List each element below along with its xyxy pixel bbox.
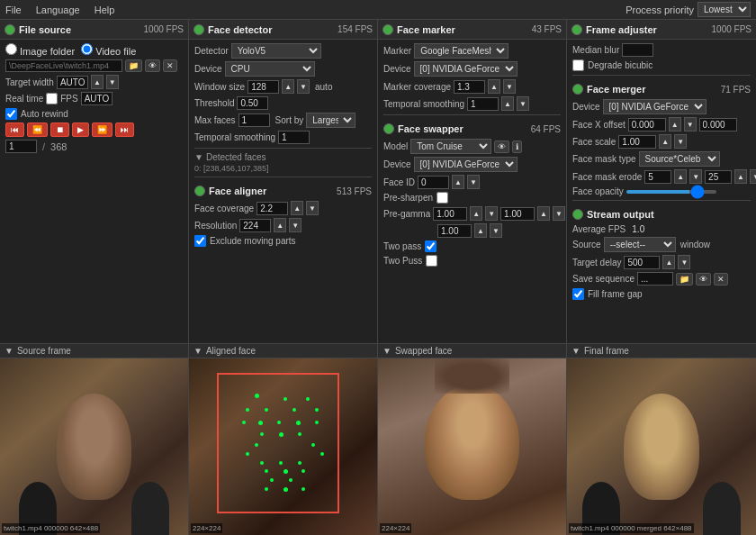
max-faces-input[interactable]: [238, 113, 270, 127]
filepath-close[interactable]: ✕: [163, 59, 177, 72]
face-mask-erode-1-up[interactable]: ▲: [674, 169, 687, 184]
face-mask-erode-2-up[interactable]: ▲: [734, 169, 747, 184]
counter-input[interactable]: [5, 140, 37, 153]
face-coverage-down[interactable]: ▼: [306, 201, 319, 215]
detector-device-select[interactable]: CPU: [225, 61, 315, 77]
pre-gamma-2-down[interactable]: ▼: [553, 206, 565, 221]
face-marker-power[interactable]: [382, 24, 393, 35]
window-size-up[interactable]: ▲: [282, 79, 294, 94]
face-mask-erode-2-down[interactable]: ▼: [750, 169, 756, 184]
face-mask-erode-1-down[interactable]: ▼: [689, 169, 702, 184]
window-size-down[interactable]: ▼: [297, 79, 310, 94]
marker-coverage-up[interactable]: ▲: [488, 79, 500, 94]
face-mask-erode-input1[interactable]: [644, 170, 671, 184]
transport-skip-fwd[interactable]: ⏭: [115, 122, 134, 137]
model-eye[interactable]: 👁: [494, 141, 509, 153]
face-detector-power[interactable]: [194, 24, 204, 35]
menu-file[interactable]: File: [5, 5, 22, 15]
face-mask-erode-input2[interactable]: [705, 170, 732, 184]
stream-output-power[interactable]: [572, 209, 583, 220]
transport-back[interactable]: ⏪: [27, 122, 48, 137]
fd-temporal-input[interactable]: [278, 131, 310, 144]
resolution-input[interactable]: [239, 219, 271, 232]
marker-device-select[interactable]: [0] NVIDIA GeForce RTX 309: [414, 61, 518, 77]
save-sequence-close[interactable]: ✕: [714, 273, 728, 286]
model-info[interactable]: ℹ: [512, 141, 522, 153]
face-opacity-slider[interactable]: [626, 190, 716, 194]
priority-select[interactable]: Lowest Low Normal: [698, 2, 751, 17]
face-merger-power[interactable]: [572, 84, 583, 95]
face-mask-type-select[interactable]: Source*Celeb: [639, 151, 720, 167]
face-scale-down[interactable]: ▼: [674, 134, 687, 149]
target-width-input[interactable]: [57, 76, 88, 89]
filepath-eye[interactable]: 👁: [145, 59, 160, 72]
resolution-down[interactable]: ▼: [289, 218, 302, 232]
exclude-moving-check[interactable]: [194, 235, 206, 247]
source-select[interactable]: --select--: [604, 237, 676, 252]
save-sequence-eye[interactable]: 👁: [696, 273, 711, 286]
face-swapper-power[interactable]: [383, 123, 394, 134]
face-x-offset-input1[interactable]: [628, 118, 666, 131]
menu-help[interactable]: Help: [94, 5, 115, 15]
degrade-bicubic-check[interactable]: [572, 59, 584, 71]
real-time-check[interactable]: [46, 93, 58, 104]
face-id-input[interactable]: [418, 176, 449, 189]
save-sequence-folder[interactable]: 📁: [676, 273, 693, 286]
fill-frame-gap-check[interactable]: [572, 288, 584, 300]
auto-rewind-check[interactable]: [5, 108, 17, 120]
face-x-offset-up[interactable]: ▲: [669, 117, 681, 131]
video-file-radio[interactable]: [81, 43, 93, 55]
filepath-browse[interactable]: 📁: [125, 59, 142, 72]
pre-gamma-1[interactable]: [433, 207, 467, 221]
target-delay-input[interactable]: [624, 256, 660, 269]
pre-gamma-3-up[interactable]: ▲: [474, 223, 487, 238]
pre-gamma-3[interactable]: [437, 224, 472, 238]
face-coverage-input[interactable]: [256, 202, 288, 215]
face-coverage-up[interactable]: ▲: [291, 201, 303, 215]
detected-faces-header[interactable]: ▼ Detected faces: [194, 152, 372, 162]
two-puss-check[interactable]: [426, 255, 437, 267]
window-size-input[interactable]: [248, 80, 279, 94]
face-aligner-power[interactable]: [194, 186, 205, 196]
resolution-up[interactable]: ▲: [274, 218, 286, 232]
face-x-offset-input2[interactable]: [699, 118, 737, 131]
pre-gamma-1-up[interactable]: ▲: [470, 206, 482, 221]
face-x-offset-down[interactable]: ▼: [684, 117, 697, 131]
transport-skip-back[interactable]: ⏮: [5, 122, 24, 137]
threshold-input[interactable]: [237, 96, 268, 110]
face-id-up[interactable]: ▲: [452, 175, 464, 189]
pre-gamma-2[interactable]: [500, 207, 535, 221]
fm-temporal-input[interactable]: [467, 97, 499, 111]
fm-temporal-down[interactable]: ▼: [517, 96, 529, 111]
frame-adjuster-power[interactable]: [572, 24, 582, 35]
target-delay-down[interactable]: ▼: [678, 255, 690, 269]
save-sequence-input[interactable]: [637, 272, 673, 286]
marker-select[interactable]: Google FaceMesh: [414, 43, 508, 59]
pre-gamma-2-up[interactable]: ▲: [537, 206, 550, 221]
swapper-device-select[interactable]: [0] NVIDIA GeForce RTX: [414, 157, 518, 172]
face-scale-input[interactable]: [618, 135, 656, 149]
sort-by-select[interactable]: Largest: [306, 113, 356, 128]
menu-language[interactable]: Language: [36, 5, 80, 15]
face-id-down[interactable]: ▼: [467, 175, 480, 189]
pre-gamma-1-down[interactable]: ▼: [485, 206, 498, 221]
target-delay-up[interactable]: ▲: [662, 255, 675, 269]
fps-input[interactable]: [81, 92, 112, 105]
two-pass-check[interactable]: [425, 240, 436, 252]
file-source-power[interactable]: [4, 24, 15, 35]
target-width-up[interactable]: ▲: [91, 75, 104, 89]
pre-gamma-3-down[interactable]: ▼: [490, 223, 502, 238]
transport-stop[interactable]: ⏹: [50, 122, 69, 137]
transport-play[interactable]: ▶: [72, 122, 89, 137]
filepath-input[interactable]: [5, 59, 122, 72]
model-select[interactable]: Tom Cruise: [410, 139, 491, 154]
detector-select[interactable]: YoloV5: [231, 43, 321, 59]
transport-forward[interactable]: ⏩: [92, 122, 112, 137]
marker-coverage-input[interactable]: [454, 80, 485, 94]
median-blur-input[interactable]: [622, 43, 653, 57]
pre-sharpen-check[interactable]: [436, 192, 448, 204]
face-scale-up[interactable]: ▲: [659, 134, 671, 149]
image-folder-radio[interactable]: [5, 43, 17, 55]
fm-temporal-up[interactable]: ▲: [501, 96, 514, 111]
target-width-down[interactable]: ▼: [106, 75, 119, 89]
